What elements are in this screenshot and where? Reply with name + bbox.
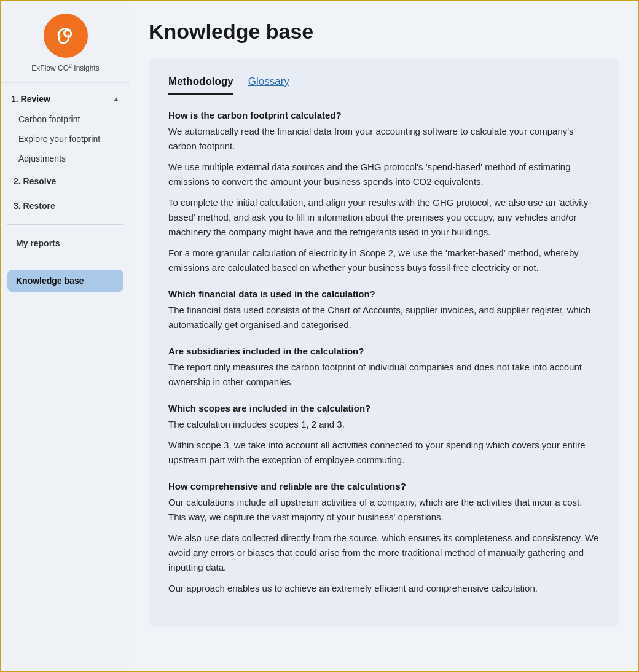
faq-list: How is the carbon footprint calculated?W… [168,110,600,596]
nav-section-review: 1. Review ▲ Carbon footprint Explore you… [1,83,130,169]
faq-question: How is the carbon footprint calculated? [168,110,600,120]
content-card: Methodology Glossary How is the carbon f… [149,58,619,627]
faq-paragraph: Our approach enables us to achieve an ex… [168,581,600,596]
faq-question: Which financial data is used in the calc… [168,289,600,299]
faq-answer: The financial data used consists of the … [168,303,600,332]
faq-paragraph: The calculation includes scopes 1, 2 and… [168,417,600,432]
faq-answer: We automatically read the financial data… [168,124,600,275]
faq-item: Are subsidiaries included in the calcula… [168,346,600,389]
faq-paragraph: We use multiple external data sources an… [168,160,600,189]
divider-1 [7,224,123,225]
sidebar-item-adjustments[interactable]: Adjustments [7,149,123,168]
app-name: ExFlow CO2 Insights [31,63,99,74]
faq-question: Are subsidiaries included in the calcula… [168,346,600,356]
faq-paragraph: To complete the initial calculation, and… [168,195,600,240]
faq-question: Which scopes are included in the calcula… [168,403,600,413]
faq-item: How comprehensive and reliable are the c… [168,481,600,596]
faq-paragraph: We automatically read the financial data… [168,124,600,154]
logo-icon [44,14,88,58]
tab-bar: Methodology Glossary [168,76,600,95]
chevron-up-icon: ▲ [112,95,120,103]
sidebar-item-explore-footprint[interactable]: Explore your footprint [7,130,123,148]
logo-area: ExFlow CO2 Insights [1,1,130,83]
faq-answer: Our calculations include all upstream ac… [168,495,600,596]
faq-paragraph: The financial data used consists of the … [168,303,600,332]
faq-item: How is the carbon footprint calculated?W… [168,110,600,275]
sidebar: ExFlow CO2 Insights 1. Review ▲ Carbon f… [1,1,130,671]
faq-question: How comprehensive and reliable are the c… [168,481,600,491]
faq-paragraph: Within scope 3, we take into account all… [168,438,600,467]
main-content: Knowledge base Methodology Glossary How … [130,1,638,671]
faq-answer: The calculation includes scopes 1, 2 and… [168,417,600,467]
tab-methodology[interactable]: Methodology [168,76,233,95]
faq-answer: The report only measures the carbon foot… [168,360,600,389]
sidebar-item-resolve[interactable]: 2. Resolve [7,170,123,192]
sidebar-item-my-reports[interactable]: My reports [7,232,123,254]
faq-item: Which scopes are included in the calcula… [168,403,600,467]
faq-paragraph: For a more granular calculation of elect… [168,246,600,275]
sidebar-item-restore[interactable]: 3. Restore [7,195,123,217]
sidebar-item-carbon-footprint[interactable]: Carbon footprint [7,110,123,128]
sidebar-item-knowledge-base[interactable]: Knowledge base [7,270,123,292]
faq-item: Which financial data is used in the calc… [168,289,600,332]
faq-paragraph: We also use data collected directly from… [168,531,600,575]
page-title: Knowledge base [149,20,619,44]
faq-paragraph: The report only measures the carbon foot… [168,360,600,389]
faq-paragraph: Our calculations include all upstream ac… [168,495,600,525]
divider-2 [7,262,123,262]
section1-header[interactable]: 1. Review ▲ [7,92,123,106]
tab-glossary[interactable]: Glossary [248,76,289,95]
